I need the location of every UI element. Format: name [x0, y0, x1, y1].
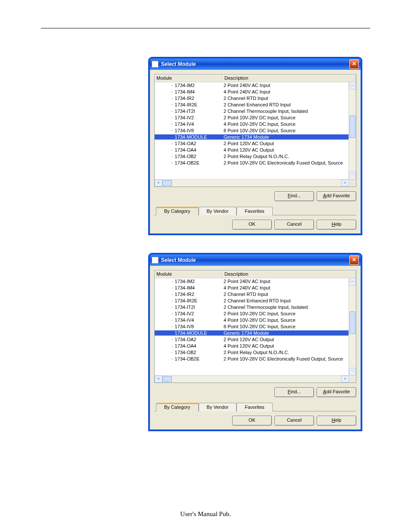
scroll-up-icon[interactable]: ︿ [349, 82, 356, 90]
column-header-description[interactable]: Description [223, 75, 356, 82]
tab-by-category[interactable]: By Category [156, 403, 199, 411]
scroll-right-icon[interactable]: > [341, 376, 349, 383]
scroll-corner [349, 376, 356, 383]
hscroll-thumb[interactable] [162, 376, 172, 382]
list-item[interactable]: ···1734-IV88 Point 10V-28V DC Input, Sou… [155, 323, 349, 330]
help-button[interactable]: Help [317, 416, 356, 426]
close-icon[interactable]: ✕ [349, 59, 359, 69]
window-title: Select Module [161, 257, 349, 263]
list-item[interactable]: ···1734-MODULEGeneric 1734 Module [155, 134, 349, 140]
list-item[interactable]: ···1734-IV88 Point 10V-28V DC Input, Sou… [155, 127, 349, 134]
tab-favorites[interactable]: Favorites [237, 403, 272, 411]
module-list: Module Description ···1734-IM22 Point 24… [154, 74, 356, 187]
list-item[interactable]: ···1734-IV22 Point 10V-28V DC Input, Sou… [155, 114, 349, 121]
ok-button[interactable]: OK [232, 416, 272, 426]
select-module-dialog: Select Module ✕ Module Description ···17… [149, 253, 362, 431]
find-button[interactable]: Find... [274, 191, 314, 201]
list-item[interactable]: ···1734-MODULEGeneric 1734 Module [155, 330, 349, 336]
list-item[interactable]: ···1734-IM44 Point 240V AC Input [155, 284, 349, 291]
titlebar: Select Module ✕ [150, 255, 361, 266]
horizontal-scrollbar[interactable]: < > [155, 375, 349, 383]
list-body[interactable]: ···1734-IM22 Point 240V AC Input···1734-… [155, 278, 349, 376]
list-item[interactable]: ···1734-IV44 Point 10V-28V DC Input, Sou… [155, 121, 349, 127]
list-item[interactable]: ···1734-OA44 Point 120V AC Output [155, 146, 349, 153]
scroll-left-icon[interactable]: < [155, 180, 162, 187]
list-item[interactable]: ···1734-OB22 Point Relay Output N.O./N.C… [155, 153, 349, 159]
hscroll-thumb[interactable] [162, 180, 172, 186]
column-header-module[interactable]: Module [155, 271, 223, 278]
tab-strip: By Category By Vendor Favorites [154, 206, 356, 215]
tab-by-vendor[interactable]: By Vendor [199, 207, 237, 215]
list-item[interactable]: ···1734-IT2I2 Channel Thermocouple Input… [155, 108, 349, 114]
vertical-scrollbar[interactable]: ︿ ﹀ [349, 278, 356, 376]
list-item[interactable]: ···1734-IT2I2 Channel Thermocouple Input… [155, 304, 349, 310]
scroll-down-icon[interactable]: ﹀ [349, 172, 356, 180]
list-item[interactable]: ···1734-OA22 Point 120V AC Output [155, 140, 349, 146]
list-item[interactable]: ···1734-IR22 Channel RTD Input [155, 291, 349, 297]
scroll-up-icon[interactable]: ︿ [349, 278, 356, 286]
list-item[interactable]: ···1734-IR2E2 Channel Enhanced RTD Input [155, 101, 349, 108]
cancel-button[interactable]: Cancel [274, 220, 314, 230]
module-list: Module Description ···1734-IM22 Point 24… [154, 270, 356, 383]
list-item[interactable]: ···1734-IV22 Point 10V-28V DC Input, Sou… [155, 310, 349, 317]
scroll-corner [349, 180, 356, 187]
titlebar: Select Module ✕ [150, 59, 361, 70]
list-body[interactable]: ···1734-IM22 Point 240V AC Input···1734-… [155, 82, 349, 180]
tab-by-vendor[interactable]: By Vendor [199, 403, 237, 411]
list-item[interactable]: ···1734-OB2E2 Point 10V-28V DC Electroni… [155, 159, 349, 166]
scroll-right-icon[interactable]: > [341, 180, 349, 187]
list-item[interactable]: ···1734-OA44 Point 120V AC Output [155, 342, 349, 349]
scroll-left-icon[interactable]: < [155, 376, 162, 383]
select-module-dialog: Select Module ✕ Module Description ···17… [149, 57, 362, 235]
app-icon [152, 61, 159, 68]
window-title: Select Module [161, 61, 349, 67]
tab-by-category[interactable]: By Category [156, 207, 199, 215]
list-item[interactable]: ···1734-IR22 Channel RTD Input [155, 95, 349, 101]
list-item[interactable]: ···1734-IR2E2 Channel Enhanced RTD Input [155, 297, 349, 304]
add-favorite-button[interactable]: Add Favorite [317, 191, 356, 201]
add-favorite-button[interactable]: Add Favorite [317, 387, 356, 397]
close-icon[interactable]: ✕ [349, 255, 359, 265]
ok-button[interactable]: OK [232, 220, 272, 230]
horizontal-scrollbar[interactable]: < > [155, 179, 349, 187]
page-footer: User's Manual Pub. [0, 510, 411, 518]
cancel-button[interactable]: Cancel [274, 416, 314, 426]
list-item[interactable]: ···1734-IV44 Point 10V-28V DC Input, Sou… [155, 317, 349, 323]
vertical-scrollbar[interactable]: ︿ ﹀ [349, 82, 356, 180]
list-item[interactable]: ···1734-IM22 Point 240V AC Input [155, 82, 349, 88]
help-button[interactable]: Help [317, 220, 356, 230]
scroll-thumb[interactable] [349, 115, 355, 138]
scroll-thumb[interactable] [349, 311, 355, 334]
list-item[interactable]: ···1734-IM44 Point 240V AC Input [155, 88, 349, 95]
page-divider [41, 28, 370, 28]
list-item[interactable]: ···1734-IM22 Point 240V AC Input [155, 278, 349, 284]
scroll-down-icon[interactable]: ﹀ [349, 368, 356, 376]
column-header-module[interactable]: Module [155, 75, 223, 82]
column-header-description[interactable]: Description [223, 271, 356, 278]
app-icon [152, 257, 159, 264]
list-item[interactable]: ···1734-OA22 Point 120V AC Output [155, 336, 349, 342]
tab-favorites[interactable]: Favorites [237, 207, 272, 215]
list-item[interactable]: ···1734-OB2E2 Point 10V-28V DC Electroni… [155, 355, 349, 362]
find-button[interactable]: Find... [274, 387, 314, 397]
tab-strip: By Category By Vendor Favorites [154, 402, 356, 411]
list-item[interactable]: ···1734-OB22 Point Relay Output N.O./N.C… [155, 349, 349, 355]
